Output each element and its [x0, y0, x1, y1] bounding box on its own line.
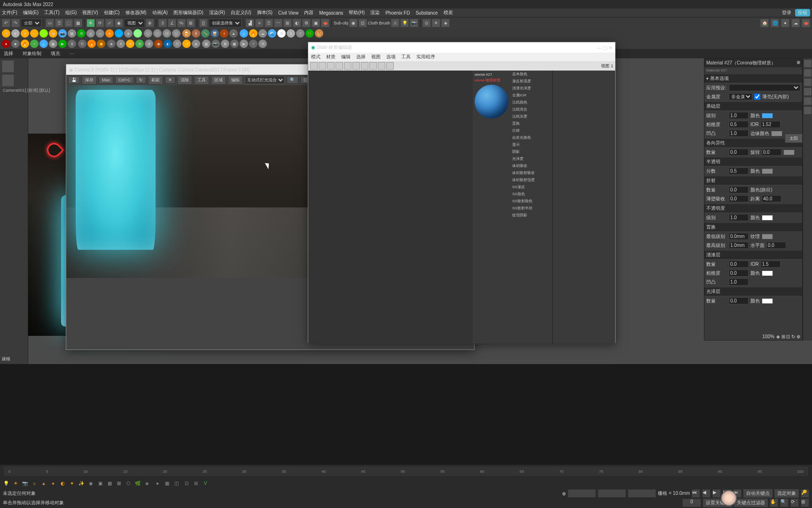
cleanup-icon[interactable]: ◈	[441, 19, 450, 27]
isolate-icon[interactable]: ⊙	[422, 19, 431, 27]
slate-menu-options[interactable]: 选项	[386, 54, 396, 60]
menu-phoenix[interactable]: Phoenix FD	[385, 10, 410, 16]
tb-cube-icon[interactable]: ◫	[172, 479, 180, 487]
menu-animation[interactable]: 动画(A)	[152, 9, 168, 16]
tb-spot-icon[interactable]: ◐	[58, 479, 67, 487]
tab-select[interactable]: 选择	[4, 50, 13, 57]
cloud-icon[interactable]: ☁	[791, 19, 800, 27]
tb-mesh-icon[interactable]: ▦	[105, 479, 114, 487]
coord-y-field[interactable]	[598, 489, 626, 498]
cam2-icon[interactable]: 📷	[211, 40, 220, 48]
menu-tools[interactable]: 工具(T)	[44, 9, 60, 16]
percent-snap-icon[interactable]: %	[177, 19, 186, 27]
menu-rendering[interactable]: 渲染(R)	[209, 9, 225, 16]
material-editor-icon[interactable]: ◐	[293, 19, 301, 27]
snap-icon[interactable]: 3	[158, 19, 167, 27]
save-button[interactable]: 保存	[82, 76, 97, 85]
sheen-swatch[interactable]	[762, 298, 773, 304]
pfx4-icon[interactable]: ⊕	[135, 40, 144, 48]
menu-megascans[interactable]: Megascans	[319, 10, 343, 16]
coord-z-field[interactable]	[628, 489, 656, 498]
sheen-section[interactable]: 光泽层	[704, 287, 802, 296]
scale-icon[interactable]: ⤢	[105, 19, 114, 27]
menu-civilview[interactable]: Civil View	[278, 10, 298, 16]
window-crossing-icon[interactable]: ▦	[74, 19, 82, 27]
grid-icon[interactable]: ▦	[202, 40, 211, 48]
user-avatar[interactable]	[721, 490, 737, 506]
slate-menu-material[interactable]: 材质	[326, 54, 336, 60]
menu-substance[interactable]: Substance	[415, 10, 437, 16]
slate-view-label[interactable]: 视图 1	[601, 63, 613, 69]
opacity-section[interactable]: 不透明度	[704, 204, 802, 213]
tab-populate[interactable]: 填充	[51, 50, 60, 57]
translucent-section[interactable]: 半透明	[704, 158, 802, 167]
play-anim-icon[interactable]: ▶	[712, 489, 721, 498]
display-tab-icon[interactable]	[804, 97, 812, 105]
ref-coord[interactable]: 视图	[124, 19, 145, 27]
interactive-dropdown[interactable]: 互动式灯光混合	[245, 76, 285, 84]
light-icon[interactable]: 💡	[400, 19, 409, 27]
slate-grid-icon[interactable]	[369, 62, 377, 70]
tb-tool1-icon[interactable]: ⊡	[182, 479, 191, 487]
coord-x-field[interactable]	[568, 489, 596, 498]
slate-layout-icon[interactable]	[344, 62, 351, 70]
slate-assign-icon[interactable]	[319, 62, 326, 70]
glass-icon[interactable]: 🥃	[211, 29, 219, 38]
nav-orbit-icon[interactable]: ⟳	[790, 499, 799, 507]
basecolor-swatch[interactable]	[762, 113, 773, 119]
sun-button[interactable]: 太阳	[785, 134, 803, 143]
home-icon[interactable]: 🏠	[760, 19, 769, 27]
cam-phys-icon[interactable]: 📷	[58, 29, 67, 38]
hierarchy-tab-icon[interactable]	[804, 78, 812, 87]
slate-wire-icon[interactable]	[386, 62, 394, 70]
tb-ies-icon[interactable]: ✨	[77, 479, 86, 487]
base-section[interactable]: 基础层	[704, 102, 802, 111]
teapot-icon[interactable]: 🫖	[802, 19, 810, 27]
vfire-icon[interactable]: 🔥	[21, 40, 29, 48]
shell-check[interactable]	[754, 94, 760, 100]
cam-icon[interactable]: 📷	[410, 19, 418, 27]
rotate-icon[interactable]: ⟳	[96, 19, 104, 27]
time-ruler[interactable]: 0 5 10 15 20 25 30 35 40 45 50 55 60 65 …	[4, 467, 808, 476]
motion-tab-icon[interactable]	[804, 87, 812, 96]
tab-paint[interactable]: 对象绘制	[23, 50, 41, 57]
volume-icon[interactable]: ◈	[124, 29, 133, 38]
clear-button[interactable]: 清除	[177, 76, 192, 85]
mon-icon[interactable]: 🖥	[221, 40, 229, 48]
keyfilter-button[interactable]: 关键点过滤器	[734, 499, 768, 507]
menu-customize[interactable]: 自定义(U)	[231, 9, 251, 16]
plane-icon[interactable]: ▱	[96, 29, 104, 38]
light-ies-icon[interactable]: ◉	[49, 29, 57, 38]
menu-content[interactable]: 内容	[304, 9, 313, 16]
plant-icon[interactable]: 🌿	[305, 29, 314, 38]
slate-graph-area[interactable]	[308, 71, 473, 343]
menu-scripting[interactable]: 脚本(S)	[257, 9, 273, 16]
water-icon[interactable]: 💧	[240, 29, 248, 38]
save-render-icon[interactable]: 💾	[68, 76, 80, 84]
angle-snap-icon[interactable]: ∠	[168, 19, 176, 27]
metal-select[interactable]: 非金属	[729, 93, 752, 100]
basket-icon[interactable]: 🧺	[315, 29, 323, 38]
burn-icon[interactable]: 🔥	[87, 40, 96, 48]
v-icon[interactable]: Ⓥ	[153, 29, 162, 38]
select-name-icon[interactable]: ☰	[55, 19, 63, 27]
ocean-icon[interactable]: 🌊	[268, 29, 276, 38]
fur-icon[interactable]: |||	[86, 29, 95, 38]
light-sun-icon[interactable]: ☼	[30, 29, 39, 38]
pfx9-icon[interactable]: ✨	[182, 40, 191, 48]
render-icon[interactable]: 🫖	[321, 19, 329, 27]
fire-ext-icon[interactable]: 🧯	[220, 29, 228, 38]
xview-icon[interactable]: ✕	[432, 19, 440, 27]
slate-fit-icon[interactable]	[361, 62, 368, 70]
tb-sphere-icon[interactable]: ●	[153, 479, 162, 487]
ctrlc-button[interactable]: Ctrl+C	[115, 76, 134, 84]
bottle-icon[interactable]: 🍾	[201, 29, 210, 38]
mat-instance-name[interactable]: Material #27	[704, 67, 802, 73]
move-icon[interactable]: ✥	[86, 19, 95, 27]
select-icon[interactable]: ▭	[46, 19, 54, 27]
light-omni-icon[interactable]: ☀	[2, 29, 10, 38]
render-setup-icon[interactable]: ⚙	[302, 19, 311, 27]
tb-bulb-icon[interactable]: ●	[49, 479, 57, 487]
named-sets-list[interactable]: 创建选择集	[209, 19, 242, 27]
pivot-icon[interactable]: ⊕	[146, 19, 154, 27]
